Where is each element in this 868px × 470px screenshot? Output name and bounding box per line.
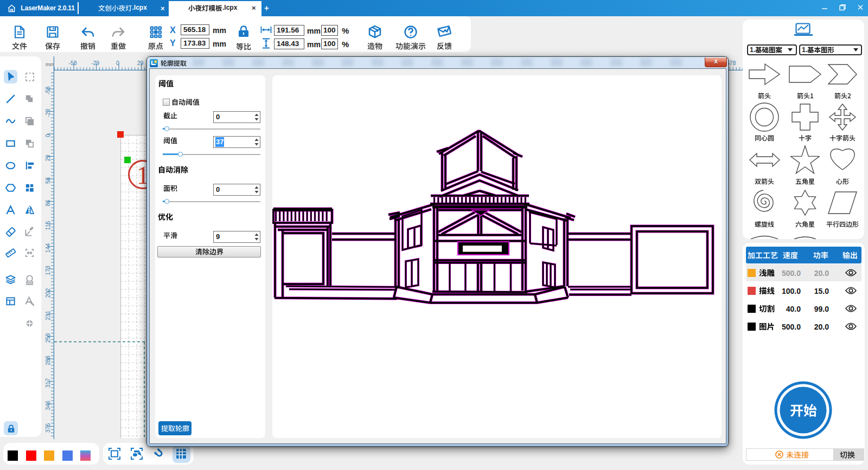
svg-text:58: 58 <box>44 177 51 184</box>
svg-text:0: 0 <box>116 60 119 66</box>
svg-text:115: 115 <box>44 221 51 230</box>
svg-text:-29: -29 <box>91 60 99 66</box>
svg-text:346: 346 <box>44 401 51 410</box>
svg-text:86: 86 <box>44 200 51 207</box>
svg-text:173: 173 <box>44 266 51 275</box>
svg-text:288: 288 <box>44 356 51 365</box>
svg-text:144: 144 <box>44 243 51 253</box>
svg-text:202: 202 <box>44 288 51 298</box>
svg-text:0: 0 <box>44 134 51 137</box>
svg-text:-29: -29 <box>44 109 51 117</box>
svg-text:317: 317 <box>44 378 51 388</box>
svg-text:29: 29 <box>137 60 144 66</box>
svg-text:231: 231 <box>44 311 51 320</box>
svg-text:-58: -58 <box>44 86 51 94</box>
svg-text:29: 29 <box>44 155 51 162</box>
svg-text:-58: -58 <box>68 60 76 66</box>
svg-text:259: 259 <box>44 333 51 343</box>
svg-text:375: 375 <box>44 423 51 433</box>
